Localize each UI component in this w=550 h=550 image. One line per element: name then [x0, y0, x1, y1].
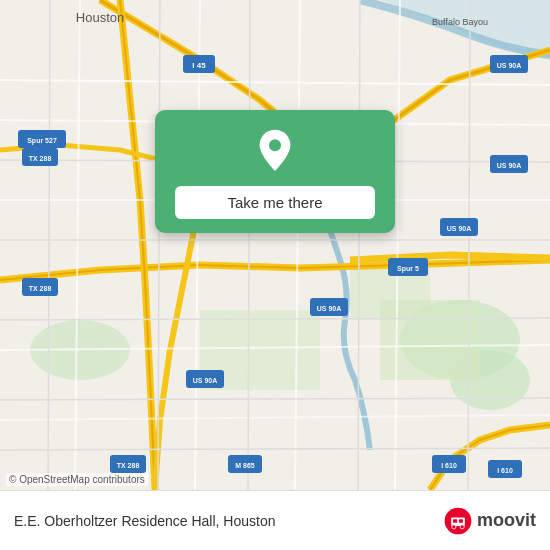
- map-background: I 45 US 90A US 90A US 90A US 90A US 90A …: [0, 0, 550, 490]
- svg-text:I 45: I 45: [192, 61, 206, 70]
- moovit-brand-icon: [443, 506, 473, 536]
- svg-text:I 610: I 610: [441, 462, 457, 469]
- svg-text:TX 288: TX 288: [29, 155, 52, 162]
- osm-attribution: © OpenStreetMap contributors: [6, 473, 148, 486]
- bottom-bar: E.E. Oberholtzer Residence Hall, Houston…: [0, 490, 550, 550]
- svg-text:TX 288: TX 288: [117, 462, 140, 469]
- svg-point-59: [460, 524, 464, 528]
- take-me-there-button[interactable]: Take me there: [175, 186, 375, 219]
- svg-text:US 90A: US 90A: [497, 162, 522, 169]
- location-label: E.E. Oberholtzer Residence Hall, Houston: [14, 513, 275, 529]
- svg-point-56: [269, 139, 281, 151]
- svg-rect-62: [459, 519, 463, 522]
- svg-text:Houston: Houston: [76, 10, 124, 25]
- svg-text:TX 288: TX 288: [29, 285, 52, 292]
- svg-text:I 610: I 610: [497, 467, 513, 474]
- svg-text:US 90A: US 90A: [447, 225, 472, 232]
- svg-text:Spur 527: Spur 527: [27, 137, 57, 145]
- moovit-brand-name: moovit: [477, 510, 536, 531]
- moovit-logo: moovit: [443, 506, 536, 536]
- svg-text:Buffalo Bayou: Buffalo Bayou: [432, 17, 488, 27]
- svg-point-58: [452, 524, 456, 528]
- svg-rect-61: [453, 519, 457, 522]
- svg-text:Spur 5: Spur 5: [397, 265, 419, 273]
- svg-text:M 865: M 865: [235, 462, 255, 469]
- svg-text:US 90A: US 90A: [317, 305, 342, 312]
- map-container: I 45 US 90A US 90A US 90A US 90A US 90A …: [0, 0, 550, 490]
- location-pin-icon: [251, 128, 299, 176]
- location-card: Take me there: [155, 110, 395, 233]
- svg-text:US 90A: US 90A: [193, 377, 218, 384]
- svg-text:US 90A: US 90A: [497, 62, 522, 69]
